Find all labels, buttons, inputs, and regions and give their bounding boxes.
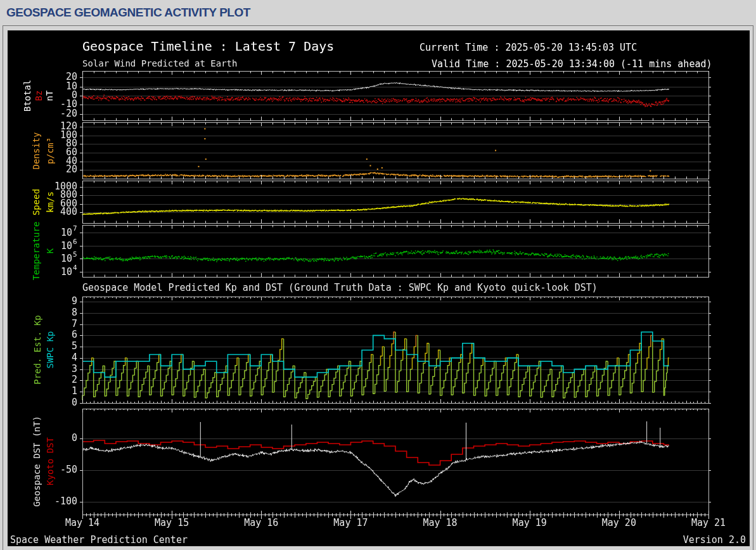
app-header: GEOSPACE GEOMAGNETIC ACTIVITY PLOT <box>0 0 756 25</box>
ylabel-speed: Speed <box>31 189 41 215</box>
plot-subtitle: Solar Wind Predicted at Earth <box>82 58 237 68</box>
x-axis-label: May 21 <box>680 517 737 528</box>
page-title: GEOSPACE GEOMAGNETIC ACTIVITY PLOT <box>6 6 250 20</box>
ylabel-density: Density <box>31 132 41 169</box>
footer-version: Version 2.0 <box>683 534 746 546</box>
ylabel-pred-est-kp: Pred. Est. Kp <box>32 315 42 385</box>
current-time: Current Time : 2025-05-20 13:45:03 UTC <box>420 42 637 53</box>
x-axis-label: May 15 <box>143 517 200 528</box>
x-axis-label: May 18 <box>412 517 469 528</box>
ylabel-geospace-dst: Geospace DST (nT) <box>32 416 42 506</box>
plot-frame: Geospace Timeline : Latest 7 Days Curren… <box>3 25 753 550</box>
x-axis-label: May 20 <box>591 517 648 528</box>
mid-title: Geospace Model Predicted Kp and DST (Gro… <box>82 282 598 293</box>
ylabel-speed-unit: km/s <box>45 191 55 213</box>
ylabel-temperature: Temperature <box>31 222 41 281</box>
plot-title: Geospace Timeline : Latest 7 Days <box>82 39 334 54</box>
ylabel-btotal: Btotal <box>22 80 32 112</box>
ylabel-bz: Bz <box>34 91 44 101</box>
ylabel-temperature-unit: K <box>45 248 55 253</box>
ylabel-swpc-kp: SWPC Kp <box>45 331 55 368</box>
ylabel-nt-unit: nT <box>44 91 54 101</box>
ylabel-density-unit: p/cm³ <box>45 138 55 164</box>
x-axis-label: May 16 <box>233 517 290 528</box>
plot-area: Geospace Timeline : Latest 7 Days Curren… <box>8 30 750 546</box>
x-axis-label: May 19 <box>501 517 558 528</box>
valid-time: Valid Time : 2025-05-20 13:34:00 (-11 mi… <box>432 58 712 70</box>
footer-source: Space Weather Prediction Center <box>10 534 188 546</box>
x-axis-label: May 14 <box>54 517 111 528</box>
ylabel-kyoto-dst: Kyoto DST <box>45 437 55 485</box>
x-axis-label: May 17 <box>322 517 379 528</box>
